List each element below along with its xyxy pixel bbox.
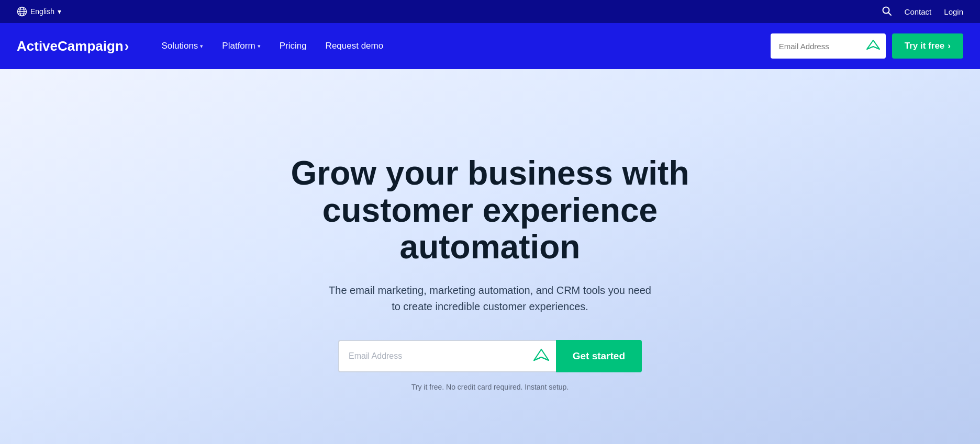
contact-link[interactable]: Contact [905, 7, 932, 16]
hero-email-wrap [338, 340, 556, 372]
top-bar-right: Contact Login [882, 6, 963, 18]
logo-arrow: › [125, 38, 129, 54]
nav-email-input[interactable] [771, 33, 886, 59]
top-bar: English ▾ Contact Login [0, 0, 980, 23]
language-label: English [30, 7, 54, 16]
solutions-chevron: ▾ [200, 43, 203, 50]
hero-fine-print: Try it free. No credit card required. In… [411, 383, 569, 391]
language-selector[interactable]: English ▾ [17, 6, 61, 17]
nav-cta-area: Try it free › [771, 33, 963, 59]
request-demo-label: Request demo [326, 41, 384, 51]
nav-item-request-demo[interactable]: Request demo [318, 37, 391, 55]
get-started-label: Get started [573, 350, 625, 361]
language-chevron: ▾ [58, 7, 61, 16]
get-started-button[interactable]: Get started [556, 340, 642, 372]
nav-item-pricing[interactable]: Pricing [272, 37, 314, 55]
hero-section: Grow your business with customer experie… [0, 69, 980, 444]
nav-links: Solutions ▾ Platform ▾ Pricing Request d… [154, 37, 770, 55]
login-link[interactable]: Login [944, 7, 963, 16]
nav-email-wrap [771, 33, 886, 59]
try-free-label: Try it free [905, 41, 945, 51]
nav-item-platform[interactable]: Platform ▾ [215, 37, 268, 55]
hero-subtitle: The email marketing, marketing automatio… [328, 282, 652, 315]
svg-line-6 [888, 13, 891, 15]
logo-text: ActiveCampaign [17, 38, 124, 54]
platform-chevron: ▾ [258, 43, 261, 50]
try-it-free-button[interactable]: Try it free › [892, 33, 963, 59]
nav-item-solutions[interactable]: Solutions ▾ [154, 37, 210, 55]
search-icon[interactable] [882, 6, 892, 18]
main-nav: ActiveCampaign› Solutions ▾ Platform ▾ P… [0, 23, 980, 69]
solutions-label: Solutions [161, 41, 198, 51]
hero-title: Grow your business with customer experie… [254, 155, 726, 265]
globe-icon [17, 6, 27, 17]
logo[interactable]: ActiveCampaign› [17, 38, 129, 54]
pricing-label: Pricing [280, 41, 307, 51]
hero-email-input[interactable] [338, 340, 556, 372]
platform-label: Platform [222, 41, 255, 51]
try-free-arrow: › [948, 41, 951, 51]
hero-form: Get started [338, 340, 642, 372]
